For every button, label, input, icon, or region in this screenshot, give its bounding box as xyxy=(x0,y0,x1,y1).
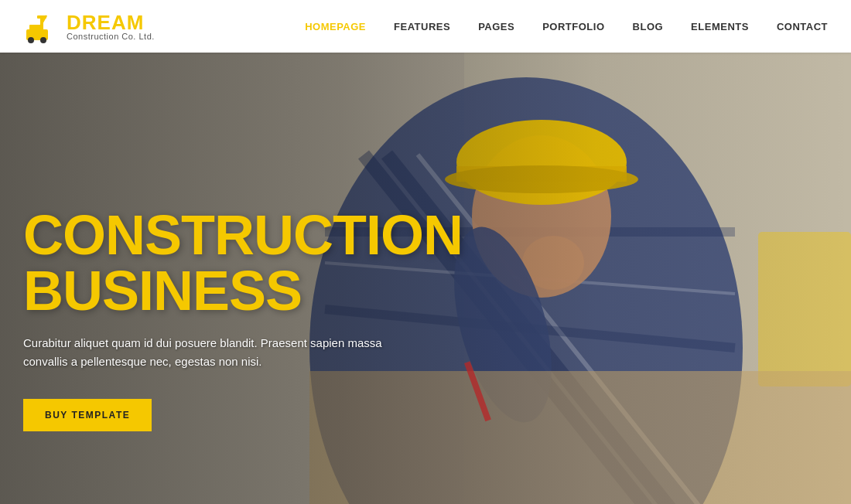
hero-subtitle: Curabitur aliquet quam id dui posuere bl… xyxy=(23,334,395,371)
hero-title: CONSTRUCTION BUSINESS xyxy=(23,207,503,318)
svg-point-23 xyxy=(28,37,34,43)
nav-pages[interactable]: PAGES xyxy=(478,21,514,32)
logo-subtitle: Construction Co. Ltd. xyxy=(67,32,155,41)
logo: DREAM Construction Co. Ltd. xyxy=(23,8,155,45)
logo-brand: DREAM xyxy=(67,12,155,32)
nav-features[interactable]: FEATURES xyxy=(394,21,450,32)
nav-homepage[interactable]: HOMEPAGE xyxy=(305,21,366,32)
svg-point-24 xyxy=(40,37,46,43)
nav-elements[interactable]: ELEMENTS xyxy=(691,21,749,32)
logo-text: DREAM Construction Co. Ltd. xyxy=(67,12,155,41)
nav-blog[interactable]: BLOG xyxy=(633,21,664,32)
hero-content: CONSTRUCTION BUSINESS Curabitur aliquet … xyxy=(23,207,503,431)
nav-contact[interactable]: CONTACT xyxy=(777,21,828,32)
hero-section: DREAM Construction Co. Ltd. HOMEPAGE FEA… xyxy=(0,0,851,504)
header: DREAM Construction Co. Ltd. HOMEPAGE FEA… xyxy=(0,0,851,53)
buy-template-button[interactable]: BUY TEMPLATE xyxy=(23,399,152,431)
logo-icon xyxy=(23,8,60,45)
nav-portfolio[interactable]: PORTFOLIO xyxy=(542,21,604,32)
main-nav: HOMEPAGE FEATURES PAGES PORTFOLIO BLOG E… xyxy=(305,21,828,32)
